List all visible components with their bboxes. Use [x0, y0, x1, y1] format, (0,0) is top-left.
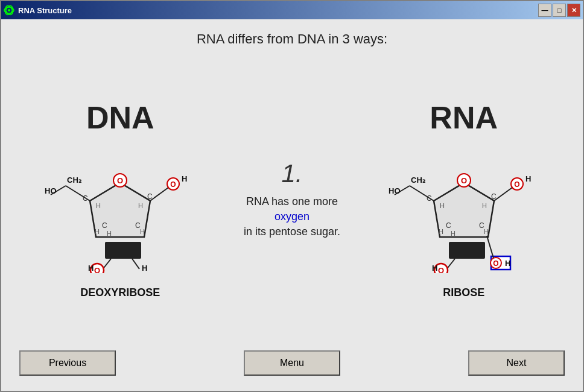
desc-oxygen: oxygen	[275, 210, 309, 223]
dna-sugar-label: DEOXYRIBOSE	[80, 286, 160, 299]
app-icon	[4, 5, 14, 16]
svg-text:O: O	[94, 266, 100, 273]
svg-text:H: H	[140, 228, 145, 235]
svg-text:H: H	[525, 174, 531, 183]
main-heading: RNA differs from DNA in 3 ways:	[197, 31, 387, 47]
next-button[interactable]: Next	[468, 350, 565, 376]
svg-text:H: H	[484, 228, 489, 235]
svg-text:H: H	[439, 228, 443, 235]
title-bar-left: RNA Structure	[4, 5, 72, 16]
svg-text:C: C	[491, 192, 497, 201]
svg-text:O: O	[171, 180, 176, 189]
previous-button[interactable]: Previous	[19, 350, 116, 376]
rna-molecule: O HO CH₂ O H C C H	[386, 141, 542, 279]
close-button[interactable]: ✕	[567, 4, 580, 17]
svg-text:H: H	[482, 202, 487, 209]
dna-molecule: O HO CH₂ O H C C H	[42, 141, 198, 279]
desc-part2: in its pentose sugar.	[244, 226, 340, 238]
svg-text:H: H	[440, 202, 445, 209]
svg-text:O: O	[514, 180, 519, 189]
svg-text:H: H	[142, 264, 147, 273]
svg-text:H: H	[182, 174, 187, 183]
svg-text:CH₂: CH₂	[411, 175, 425, 185]
svg-text:O: O	[438, 266, 444, 273]
rna-sugar-label: RIBOSE	[443, 286, 484, 299]
svg-line-29	[132, 259, 139, 269]
svg-text:HO: HO	[45, 186, 57, 195]
svg-text:C: C	[102, 221, 107, 230]
svg-text:C: C	[446, 221, 451, 230]
content-area: RNA differs from DNA in 3 ways: DNA O	[1, 19, 583, 391]
svg-text:H: H	[107, 230, 112, 237]
svg-text:O: O	[117, 176, 123, 185]
main-window: RNA Structure — □ ✕ RNA differs from DNA…	[0, 0, 584, 392]
center-column: 1. RNA has one more oxygen in its pentos…	[244, 159, 340, 240]
svg-point-3	[8, 9, 10, 11]
svg-rect-24	[105, 242, 141, 259]
svg-text:H: H	[96, 202, 101, 209]
svg-text:C: C	[83, 194, 88, 203]
svg-text:H: H	[138, 202, 143, 209]
footer: Previous Menu Next	[7, 346, 577, 385]
point-number: 1.	[281, 159, 302, 188]
title-bar: RNA Structure — □ ✕	[1, 1, 583, 19]
svg-text:CH₂: CH₂	[67, 175, 81, 185]
svg-text:H: H	[432, 264, 437, 273]
main-layout: DNA O HO CH₂	[7, 53, 577, 346]
svg-text:O: O	[461, 176, 467, 185]
svg-text:H: H	[505, 259, 510, 268]
dna-column: DNA O HO CH₂	[42, 100, 198, 299]
svg-line-11	[150, 188, 168, 201]
svg-line-60	[487, 236, 494, 258]
menu-button[interactable]: Menu	[244, 350, 340, 376]
dna-title: DNA	[86, 100, 154, 136]
svg-text:HO: HO	[389, 186, 401, 195]
window-controls: — □ ✕	[538, 4, 580, 17]
rna-title: RNA	[430, 100, 498, 136]
minimize-button[interactable]: —	[538, 4, 551, 17]
desc-part1: RNA has one more	[246, 195, 338, 207]
svg-text:H: H	[88, 264, 94, 273]
maximize-button[interactable]: □	[553, 4, 566, 17]
svg-line-38	[494, 188, 512, 201]
svg-text:H: H	[95, 228, 100, 235]
svg-rect-55	[449, 242, 485, 259]
svg-text:O: O	[493, 259, 498, 268]
description: RNA has one more oxygen in its pentose s…	[244, 194, 340, 240]
svg-text:C: C	[147, 192, 153, 201]
svg-text:C: C	[427, 194, 432, 203]
svg-text:H: H	[451, 230, 455, 237]
rna-column: RNA O HO CH₂	[386, 100, 542, 299]
window-title: RNA Structure	[18, 6, 72, 15]
